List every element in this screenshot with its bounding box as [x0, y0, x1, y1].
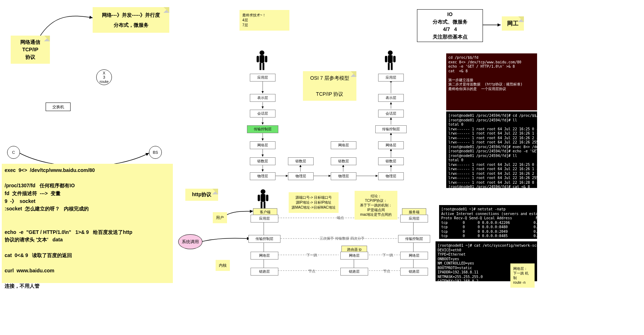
note-final-tech[interactable]: 最终求技术~！ 4层 7层 [239, 10, 289, 31]
cs-app-r[interactable]: 应用层 [400, 215, 428, 223]
svg-rect-35 [385, 56, 387, 62]
layer-net-l[interactable]: 网络层 [250, 141, 275, 149]
note-net-parallel[interactable]: 网络---》并发-----》并行度 分布式，微服务 [93, 7, 169, 33]
layer-phys-m1[interactable]: 物理层 [288, 172, 314, 180]
svg-rect-30 [265, 56, 267, 62]
node-c[interactable]: C [7, 146, 20, 159]
svg-rect-41 [258, 195, 260, 201]
note-netengineer[interactable]: 网工 [502, 16, 524, 31]
person-icon [255, 50, 269, 72]
svg-rect-38 [391, 63, 393, 70]
note-user[interactable]: 用户 [213, 212, 227, 223]
cs-link-l[interactable]: 链路层 [251, 268, 278, 276]
layer-link-r[interactable]: 链数层 [378, 157, 404, 165]
svg-rect-31 [259, 63, 261, 70]
cs-app-l[interactable]: 应用层 [251, 215, 278, 223]
svg-rect-34 [388, 55, 392, 63]
layer-app-r[interactable]: 应用层 [378, 74, 404, 82]
svg-rect-42 [266, 195, 268, 201]
layer-net-r[interactable]: 网络层 [378, 141, 404, 149]
layer-pres-l[interactable]: 表示层 [250, 94, 275, 102]
node-syscall[interactable]: 系统调用 [178, 234, 202, 249]
note-http[interactable]: http协议 [185, 189, 218, 201]
terminal-1[interactable]: cd /proc/$$/fd exec 8<> /dev/tcp/www.bai… [446, 53, 537, 110]
note-tcpip[interactable]: 网络通信 TCP/IP 协议 [11, 36, 50, 64]
terminal-2[interactable]: [root@node01 /proc/24594/fd]# cd /proc/$… [446, 111, 537, 188]
lbl-nexthop-l: 下一跳 [301, 253, 323, 258]
terminal-3[interactable]: [root@node01 ~]# netstat -natp Active In… [439, 205, 537, 239]
svg-rect-28 [259, 55, 264, 63]
layer-sess-r[interactable]: 会话层 [378, 110, 404, 117]
svg-rect-40 [261, 194, 265, 202]
svg-point-33 [388, 51, 392, 55]
cs-trans-r[interactable]: 传输控制层 [398, 235, 430, 243]
layer-link-m1[interactable]: 链数层 [288, 157, 314, 165]
cs-net-r[interactable]: 网络层 [400, 252, 428, 260]
lbl-nexthop-r: 下一跳 [377, 253, 398, 258]
cs-link-m[interactable]: 链路层 [340, 268, 368, 276]
note-conclusion[interactable]: 结论： TCP/IP协议： 基于下一跳的机制： IP是端点间 mac地址是节点间… [355, 191, 397, 220]
node-route[interactable]: X 3 route [96, 69, 112, 85]
svg-rect-32 [263, 63, 264, 70]
svg-rect-44 [264, 202, 266, 209]
lbl-endpoint: 端点 [331, 215, 349, 220]
note-osi[interactable]: OSI 7 层参考模型 TCP/IP 协议 [303, 71, 356, 101]
cs-trans-l[interactable]: 传输控制层 [248, 235, 280, 243]
layer-pres-r[interactable]: 表示层 [378, 94, 404, 102]
cs-net-l[interactable]: 网络层 [251, 252, 278, 260]
svg-rect-36 [393, 56, 396, 62]
svg-rect-43 [261, 202, 262, 209]
node-switch[interactable]: 交换机 [46, 103, 71, 111]
svg-rect-29 [257, 56, 259, 62]
layer-phys-m2[interactable]: 物理层 [331, 172, 356, 180]
note-shell-walkthrough[interactable]: exec 9<> /dev/tcp/www.baidu.com/80 /proc… [2, 164, 173, 283]
person-icon [383, 50, 397, 72]
lbl-node-r: 节点 [380, 269, 394, 274]
note-srcdst[interactable]: 源端口号-> 目标端口号 源IP地址-> 目标IP地址 源MAC地址->目标MA… [289, 192, 339, 213]
svg-point-39 [261, 189, 265, 194]
lbl-node-l: 节点 [305, 269, 319, 274]
layer-link-m2[interactable]: 链数层 [331, 157, 356, 165]
lbl-3hand: 三次握手 传输数据 四次分手 [310, 236, 374, 241]
layer-trans-l[interactable]: 传输控制层 [247, 125, 278, 133]
node-bs[interactable]: BS [149, 146, 162, 159]
layer-app-l[interactable]: 应用层 [250, 74, 275, 82]
diagram-canvas: 网络通信 TCP/IP 协议 网络---》并发-----》并行度 分布式，微服务… [0, 0, 644, 335]
note-kernel[interactable]: 内核 [216, 260, 230, 271]
layer-phys-r[interactable]: 物理层 [378, 172, 404, 180]
layer-trans-r[interactable]: 传输控制层 [375, 125, 407, 133]
text: 网络---》并发-----》并行度 [96, 10, 166, 20]
box-io[interactable]: IO 分布式、微服务 4/7 4 关注那些基本点 [417, 9, 483, 42]
svg-point-27 [259, 51, 264, 55]
person-icon [256, 189, 270, 211]
layer-phys-l[interactable]: 物理层 [250, 172, 275, 180]
cs-link-r[interactable]: 链路层 [400, 268, 428, 276]
svg-rect-37 [388, 63, 390, 70]
layer-net-m[interactable]: 网络层 [331, 141, 356, 149]
layer-link-l[interactable]: 链数层 [250, 157, 275, 165]
cs-net-m[interactable]: 网络层 [340, 252, 368, 260]
layer-sess-l[interactable]: 会话层 [250, 110, 275, 117]
note-netlayer-route[interactable]: 网络层： 下一跳 机制 route -n [510, 263, 535, 288]
text: 分布式，微服务 [96, 20, 166, 30]
